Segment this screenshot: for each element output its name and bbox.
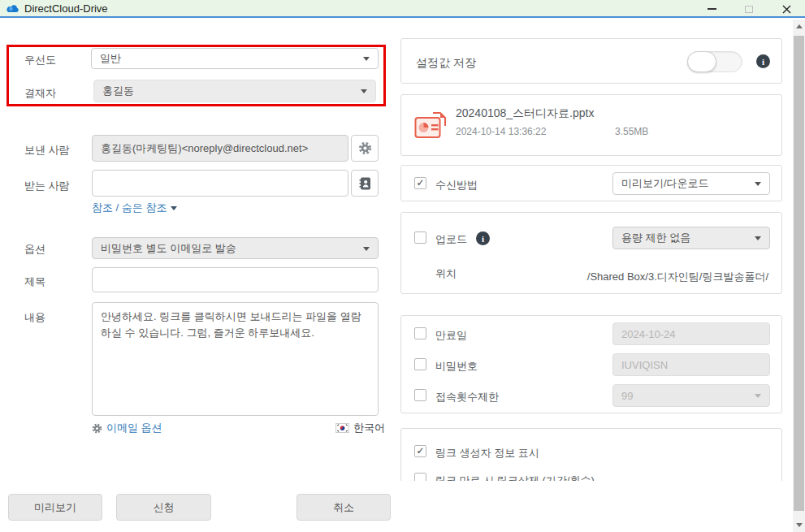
upload-capacity-select[interactable]: 용량 제한 없음 [612,227,770,249]
maximize-icon [745,6,753,13]
upload-label: 업로드 [435,232,467,247]
password-checkbox[interactable] [414,358,426,370]
access-limit-checkbox[interactable] [414,389,426,401]
cc-bcc-link[interactable]: 참조 / 숨은 참조 [92,201,177,215]
access-limit-value: 99 [621,390,633,402]
receive-method-checkbox[interactable] [414,177,426,189]
language-selector[interactable]: 한국어 [335,421,385,435]
chevron-down-icon [361,89,367,93]
korean-flag-icon [335,423,349,433]
expiry-input: 2024-10-24 [612,322,770,345]
arrow-up-icon [796,24,803,28]
restrictions-card: 만료일 2024-10-24 비밀번호 IUVIQISN 접속횟수제한 99 [400,315,782,413]
show-creator-checkbox[interactable] [414,445,426,457]
title-bar: DirectCloud-Drive [0,0,805,18]
save-settings-card: 설정값 저장 [400,38,782,84]
cancel-button[interactable]: 취소 [296,494,391,521]
password-label: 비밀번호 [435,359,478,374]
scroll-down-button[interactable] [793,518,805,532]
file-card: 20240108_스터디자료.pptx 2024-10-14 13:36:22 … [400,94,782,156]
chevron-down-icon [171,206,177,210]
arrow-down-icon [796,523,803,527]
maximize-button[interactable] [730,0,768,18]
info-icon[interactable] [756,54,770,68]
preview-button[interactable]: 미리보기 [8,494,102,521]
window-controls [693,0,805,18]
chevron-down-icon [755,394,761,398]
chevron-down-icon [363,247,370,251]
address-book-icon [359,177,371,190]
gear-icon [358,141,372,155]
approver-label: 결재자 [24,86,56,101]
scroll-up-button[interactable] [793,19,805,33]
priority-select[interactable]: 일반 [91,48,379,69]
priority-label: 우선도 [24,53,56,67]
sender-label: 보낸 사람 [24,143,70,158]
subject-label: 제목 [24,275,45,289]
receive-method-label: 수신방법 [435,178,478,192]
location-value: /Shared Box/3.디자인팀/링크발송폴더/ [587,270,768,284]
file-modified: 2024-10-14 13:36:22 [456,126,546,137]
location-label: 위치 [435,266,457,281]
option-label: 옵션 [24,242,45,257]
chevron-down-icon [755,236,761,240]
close-icon [782,5,791,14]
access-limit-label: 접속횟수제한 [435,390,499,404]
expiry-value: 2024-10-24 [621,328,676,340]
save-settings-label: 설정값 저장 [416,56,476,71]
recipient-label: 받는 사람 [24,179,70,193]
access-limit-select: 99 [612,384,770,407]
submit-button[interactable]: 신청 [116,494,211,521]
chevron-down-icon [755,182,761,186]
address-book-button[interactable] [351,170,379,197]
body-textarea[interactable]: 안녕하세요. 링크를 클릭하시면 보내드리는 파일을 열람하실 수 있습니다. … [92,302,379,416]
sender-value: 홍길동(마케팅팀)<noreply@directcloud.net> [101,141,308,156]
cc-bcc-link-label: 참조 / 숨은 참조 [92,201,167,214]
approver-value: 홍길동 [102,84,134,98]
chevron-down-icon [363,57,370,61]
link-info-card: 링크 생성자 정보 표시 링크 만료 시 링크삭제 (기간/횟수) [400,428,782,481]
minimize-icon [708,8,716,10]
receive-method-card: 수신방법 미리보기/다운로드 [400,165,782,201]
sender-value-box: 홍길동(마케팅팀)<noreply@directcloud.net> [92,135,348,162]
email-options-link[interactable]: 이메일 옵션 [92,421,162,435]
scrollbar-thumb[interactable] [794,36,804,511]
info-icon[interactable] [476,231,490,245]
priority-value: 일반 [100,51,121,66]
sender-settings-button[interactable] [351,135,379,162]
body-label: 내용 [24,310,45,325]
option-select[interactable]: 비밀번호 별도 이메일로 발송 [92,237,379,259]
expire-delete-checkbox[interactable] [414,473,426,481]
expire-delete-label: 링크 만료 시 링크삭제 (기간/횟수) [435,474,595,481]
language-label: 한국어 [353,421,385,435]
pptx-file-icon [414,111,447,139]
upload-card: 업로드 용량 제한 없음 위치 /Shared Box/3.디자인팀/링크발송폴… [400,212,782,294]
receive-method-value: 미리보기/다운로드 [621,176,709,191]
link-settings-panel: 설정값 저장 20240108_스터디자료.pptx 2024-10-14 13… [398,19,793,481]
expiry-checkbox[interactable] [414,327,426,340]
email-options-link-label: 이메일 옵션 [106,421,162,435]
recipient-input[interactable] [92,170,348,197]
receive-method-select[interactable]: 미리보기/다운로드 [612,172,770,195]
minimize-button[interactable] [693,0,730,18]
file-name: 20240108_스터디자료.pptx [456,106,594,121]
vertical-scrollbar[interactable] [793,19,805,532]
close-button[interactable] [768,0,805,18]
app-logo-cloud-icon [6,3,19,14]
toggle-knob [687,51,716,72]
approver-select[interactable]: 홍길동 [93,80,376,102]
expiry-label: 만료일 [435,328,467,343]
option-value: 비밀번호 별도 이메일로 발송 [101,241,236,256]
gear-icon [92,423,102,434]
upload-checkbox[interactable] [414,231,426,244]
subject-input[interactable] [92,267,379,292]
window-title: DirectCloud-Drive [24,2,108,15]
password-input: IUVIQISN [612,353,770,376]
file-size: 3.55MB [615,126,648,137]
upload-capacity-value: 용량 제한 없음 [621,231,690,245]
save-settings-toggle[interactable] [687,51,742,72]
password-value: IUVIQISN [621,359,668,371]
show-creator-label: 링크 생성자 정보 표시 [435,446,539,461]
